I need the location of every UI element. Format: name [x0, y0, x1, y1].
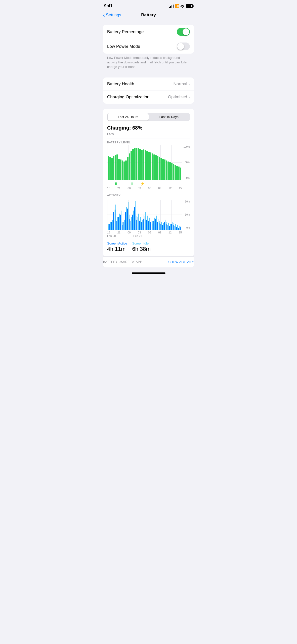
battery-bar-2: [111, 158, 113, 180]
charging-icons: ── ⏸ ──·── ⏸ ──⚡──: [108, 182, 190, 186]
battery-percentage-row[interactable]: Battery Percentage: [103, 25, 194, 39]
battery-bar-39: [176, 166, 178, 180]
activity-group-24: [150, 200, 151, 230]
activity-light-bar-11: [128, 202, 129, 229]
battery-bar-30: [160, 158, 162, 180]
low-power-mode-toggle[interactable]: [177, 43, 190, 50]
activity-light-bar-34: [168, 223, 169, 230]
back-chevron-icon: ‹: [103, 13, 105, 18]
battery-health-chevron-icon: ›: [189, 82, 190, 86]
battery-chart-container: 100% 50% 0%: [107, 145, 190, 180]
feb20-label: Feb 20: [107, 234, 116, 237]
battery-usage-label: BATTERY USAGE BY APP: [103, 260, 142, 264]
activity-light-bar-23: [149, 218, 150, 230]
activity-light-bar-2: [112, 220, 113, 230]
activity-group-28: [157, 200, 158, 230]
status-bar: 9:41 📶: [99, 0, 198, 11]
battery-bar-27: [155, 155, 157, 180]
activity-group-32: [164, 200, 165, 230]
activity-x-09: 09: [158, 231, 161, 234]
activity-light-bar-39: [177, 225, 178, 230]
activity-group-36: [171, 200, 173, 230]
charging-percentage: Charging: 68%: [107, 125, 190, 131]
activity-light-bar-24: [151, 220, 151, 230]
activity-light-bar-18: [140, 217, 141, 230]
activity-light-bar-14: [133, 211, 134, 229]
battery-bar-31: [162, 159, 164, 180]
activity-x-labels: 18 21 00 03 06 09 12 15: [107, 231, 190, 234]
activity-light-bar-29: [159, 221, 160, 230]
activity-light-bar-21: [145, 212, 146, 229]
activity-y-0: 0m: [185, 226, 190, 229]
screen-idle-label: Screen Idle: [132, 242, 151, 245]
y-label-50: 50%: [183, 161, 190, 164]
activity-light-bar-20: [144, 215, 144, 230]
back-button[interactable]: ‹ Settings: [103, 13, 121, 18]
x-label-00: 00: [128, 187, 131, 190]
battery-x-labels: 18 21 00 03 06 09 12 15: [107, 187, 190, 190]
battery-bar-41: [180, 168, 181, 180]
activity-label: ACTIVITY: [107, 194, 190, 197]
battery-bar-4: [115, 155, 116, 180]
battery-bar-3: [113, 156, 114, 180]
battery-bar-1: [109, 157, 111, 180]
activity-light-bar-6: [119, 214, 120, 229]
battery-bar-26: [153, 154, 155, 180]
activity-light-bar-32: [165, 220, 165, 230]
show-activity-button[interactable]: SHOW ACTIVITY: [168, 260, 194, 264]
activity-group-4: [115, 200, 116, 230]
activity-bars: [107, 200, 182, 230]
activity-group-11: [127, 200, 129, 230]
activity-group-16: [136, 200, 137, 230]
last-24-hours-button[interactable]: Last 24 Hours: [108, 113, 149, 120]
activity-light-bar-40: [179, 226, 180, 230]
charging-optimization-text: Optimized: [168, 95, 187, 100]
low-power-mode-label: Low Power Mode: [107, 44, 140, 49]
activity-y-30: 30m: [185, 213, 190, 216]
activity-light-bar-3: [114, 210, 114, 229]
x-label-03: 03: [138, 187, 141, 190]
activity-group-5: [116, 200, 118, 230]
screen-idle-stat: Screen Idle 6h 38m: [132, 242, 151, 252]
battery-bar-13: [131, 151, 132, 180]
activity-light-bar-41: [181, 226, 181, 230]
activity-light-bar-31: [163, 223, 164, 230]
activity-x-00: 00: [128, 231, 131, 234]
divider: [107, 139, 190, 139]
home-indicator: [132, 272, 165, 274]
screen-idle-value: 6h 38m: [132, 246, 151, 252]
low-power-mode-row[interactable]: Low Power Mode: [103, 39, 194, 54]
activity-light-bar-27: [156, 216, 157, 230]
charging-optimization-row[interactable]: Charging Optimization Optimized ›: [103, 91, 194, 104]
time-period-selector[interactable]: Last 24 Hours Last 10 Days: [107, 113, 190, 121]
activity-y-labels: 60m 30m 0m: [185, 200, 190, 230]
battery-health-row[interactable]: Battery Health Normal ›: [103, 77, 194, 91]
activity-group-21: [145, 200, 146, 230]
activity-light-bar-28: [158, 219, 158, 230]
activity-chart-container: 60m 30m 0m: [107, 200, 190, 230]
activity-group-37: [173, 200, 174, 230]
battery-health-label: Battery Health: [107, 82, 134, 87]
activity-group-29: [159, 200, 160, 230]
activity-y-60: 60m: [185, 200, 190, 203]
activity-group-25: [152, 200, 153, 230]
activity-group-9: [123, 200, 125, 230]
activity-light-bar-5: [117, 217, 118, 230]
charging-icon-1: ── ⏸ ──·── ⏸ ──⚡──: [108, 182, 149, 186]
activity-light-bar-19: [142, 220, 143, 230]
x-label-15: 15: [179, 187, 182, 190]
activity-group-2: [111, 200, 113, 230]
screen-active-stat: Screen Active 4h 11m: [107, 242, 127, 252]
stats-row: Screen Active 4h 11m Screen Idle 6h 38m: [107, 242, 190, 252]
activity-x-15: 15: [179, 231, 182, 234]
activity-group-14: [132, 200, 134, 230]
wifi-icon: 📶: [175, 4, 184, 8]
settings-group-1: Battery Percentage Low Power Mode: [103, 25, 194, 54]
battery-bar-25: [152, 153, 153, 180]
battery-bar-35: [169, 162, 171, 180]
battery-percentage-toggle[interactable]: [177, 28, 190, 36]
battery-bar-7: [120, 159, 121, 180]
battery-icon: [186, 4, 193, 8]
last-10-days-button[interactable]: Last 10 Days: [149, 113, 190, 120]
battery-bar-6: [118, 159, 120, 180]
